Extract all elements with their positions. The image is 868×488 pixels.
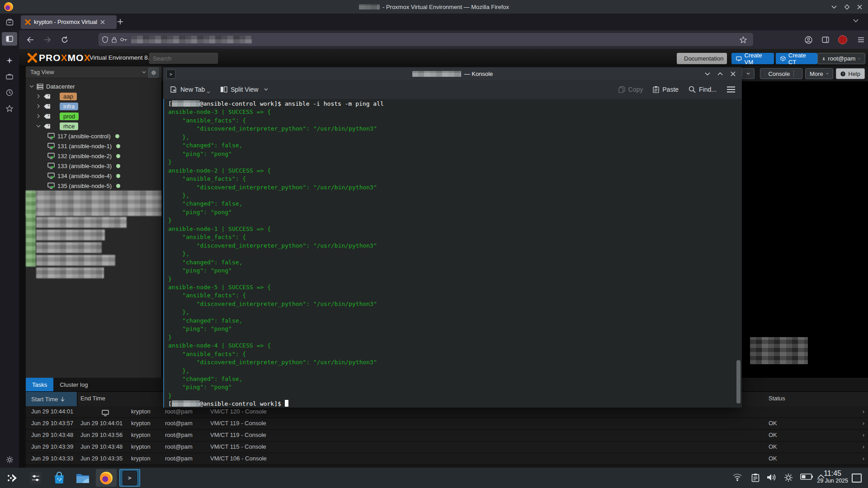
tag-color-dot xyxy=(116,144,120,148)
maximize-icon[interactable] xyxy=(716,70,725,78)
taskbar-konsole-icon[interactable]: > xyxy=(119,469,140,487)
task-row[interactable]: Jun 29 10:43:48Jun 29 10:43:56kryptonroo… xyxy=(26,430,868,441)
account-icon[interactable] xyxy=(802,34,814,46)
hamburger-menu-icon[interactable] xyxy=(726,86,736,93)
minimize-icon[interactable] xyxy=(830,3,838,11)
help-button[interactable]: ? Help xyxy=(836,68,865,79)
search-icon xyxy=(689,86,696,93)
browser-tab[interactable]: krypton - Proxmox Virtual E xyxy=(21,15,117,29)
tree-item-tag-prod[interactable]: prod xyxy=(26,111,161,121)
shield-icon[interactable] xyxy=(102,36,108,43)
row-expand-chevron-icon[interactable]: › xyxy=(863,408,864,415)
tree-item-vm[interactable]: 131 (ansible-node-1) xyxy=(26,141,161,151)
ai-chatbot-icon[interactable] xyxy=(4,55,15,66)
profiles-briefcase-icon[interactable] xyxy=(4,71,15,82)
terminal-output-line: }, xyxy=(168,192,384,200)
tree-item-vm[interactable]: 117 (ansible-control) xyxy=(26,131,161,141)
history-clock-icon[interactable] xyxy=(4,87,15,98)
tree-item-vm[interactable]: 132 (ansible-node-2) xyxy=(26,151,161,161)
split-view-button[interactable]: Split View xyxy=(220,86,268,93)
profile-avatar-badge[interactable] xyxy=(837,34,849,46)
row-expand-chevron-icon[interactable]: › xyxy=(863,455,864,462)
new-tab-button[interactable]: New Tab xyxy=(170,86,210,94)
vertical-tabs-icon[interactable] xyxy=(4,17,15,28)
volume-icon[interactable] xyxy=(767,473,777,482)
tree-item-vm[interactable]: 133 (ansible-node-3) xyxy=(26,161,161,171)
library-panel-icon[interactable] xyxy=(820,34,831,46)
tab-cluster-log[interactable]: Cluster log xyxy=(53,378,94,391)
chevron-down-icon[interactable] xyxy=(797,72,798,75)
wifi-icon[interactable] xyxy=(732,473,742,481)
back-icon[interactable] xyxy=(24,34,36,46)
task-description: VM/CT 119 - Console xyxy=(210,432,266,438)
search-input[interactable] xyxy=(149,53,218,64)
tree-item-datacenter[interactable]: Datacenter xyxy=(26,81,161,91)
terminal-scrollbar[interactable] xyxy=(736,100,741,407)
show-desktop-button[interactable] xyxy=(852,474,862,483)
console-button[interactable]: Console xyxy=(760,68,802,79)
restore-icon[interactable] xyxy=(843,3,851,11)
minimize-icon[interactable] xyxy=(703,70,712,78)
tab-tasks[interactable]: Tasks xyxy=(26,378,53,391)
task-row[interactable]: Jun 29 10:43:39Jun 29 10:43:48kryptonroo… xyxy=(26,441,868,453)
create-vm-button[interactable]: Create VM xyxy=(731,53,774,64)
tree-item-vm[interactable]: 134 (ansible-node-4) xyxy=(26,171,161,181)
terminal-output-line: "ping": "pong" xyxy=(168,150,384,158)
terminal-output-line: } xyxy=(168,158,384,166)
sidebar-settings-gear-icon[interactable] xyxy=(4,454,15,465)
battery-icon[interactable] xyxy=(800,473,813,480)
tree-item-tag-rhce[interactable]: rhce xyxy=(26,121,161,131)
close-icon[interactable] xyxy=(728,70,737,78)
firefox-tabbar: krypton - Proxmox Virtual E xyxy=(19,14,868,30)
documentation-button[interactable]: Documentation xyxy=(677,53,727,64)
column-header-start-time[interactable]: Start Time xyxy=(26,392,77,407)
firefox-navbar xyxy=(19,30,868,49)
user-menu-button[interactable]: root@pam xyxy=(817,53,865,64)
tab-close-icon[interactable] xyxy=(100,20,105,24)
forward-icon[interactable] xyxy=(42,34,53,46)
tree-item-vm[interactable]: 135 (ansible-node-5) xyxy=(26,181,161,191)
clock[interactable]: 11:45 29 Jun 2025 xyxy=(817,469,848,484)
row-expand-chevron-icon[interactable]: › xyxy=(863,432,864,438)
tree-item-tag-infra[interactable]: infra xyxy=(26,101,161,111)
scrollbar-thumb[interactable] xyxy=(736,360,741,404)
proxmox-version: Virtual Environment 8.4.1 xyxy=(90,54,158,61)
brightness-icon[interactable] xyxy=(784,473,793,482)
system-settings-icon[interactable] xyxy=(25,469,46,487)
column-header-status[interactable]: Status xyxy=(769,395,785,402)
discover-store-icon[interactable] xyxy=(49,469,70,487)
lock-icon[interactable] xyxy=(112,37,117,43)
url-bar[interactable] xyxy=(99,33,753,46)
tree-settings-gear-icon[interactable] xyxy=(148,68,159,78)
create-ct-button[interactable]: Create CT xyxy=(776,53,817,64)
reload-icon[interactable] xyxy=(59,34,71,46)
bookmarks-star-icon[interactable] xyxy=(4,103,15,114)
tree-item-tag-aap[interactable]: aap xyxy=(26,91,161,101)
novnc-console-screen[interactable] xyxy=(742,81,868,391)
column-header-end-time[interactable]: End Time xyxy=(80,395,105,402)
konsole-titlebar[interactable]: > — Konsole xyxy=(163,67,742,80)
new-tab-icon[interactable] xyxy=(116,17,125,26)
close-icon[interactable] xyxy=(855,3,863,11)
app-launcher-button[interactable] xyxy=(2,469,23,487)
view-selector-dropdown[interactable]: Tag View xyxy=(26,66,161,78)
paste-button[interactable]: Paste xyxy=(653,86,679,93)
toolbar-overflow-chevron[interactable] xyxy=(742,68,755,79)
permissions-key-icon[interactable] xyxy=(120,38,127,42)
taskbar-firefox-icon[interactable] xyxy=(96,469,117,487)
dolphin-file-manager-icon[interactable] xyxy=(72,469,93,487)
row-expand-chevron-icon[interactable]: › xyxy=(863,443,864,450)
task-row[interactable]: Jun 29 10:43:33Jun 29 10:43:35kryptonroo… xyxy=(26,453,868,465)
sidebar-toggle-icon[interactable] xyxy=(2,32,17,46)
bookmark-star-icon[interactable] xyxy=(740,36,747,43)
list-all-tabs-icon[interactable] xyxy=(853,19,859,23)
task-row[interactable]: Jun 29 10:43:57Jun 29 10:44:01kryptonroo… xyxy=(26,418,868,430)
task-row[interactable]: Jun 29 10:44:01kryptonroot@pamVM/CT 120 … xyxy=(26,406,868,418)
find-button[interactable]: Find... xyxy=(689,86,717,93)
app-menu-icon[interactable] xyxy=(855,34,867,46)
clipboard-tray-icon[interactable] xyxy=(751,473,760,482)
terminal-area[interactable]: [@ansible-control work]$ ansible -i host… xyxy=(163,99,742,408)
row-expand-chevron-icon[interactable]: › xyxy=(863,420,864,427)
copy-button[interactable]: Copy xyxy=(618,86,643,93)
more-button[interactable]: More xyxy=(805,68,833,79)
